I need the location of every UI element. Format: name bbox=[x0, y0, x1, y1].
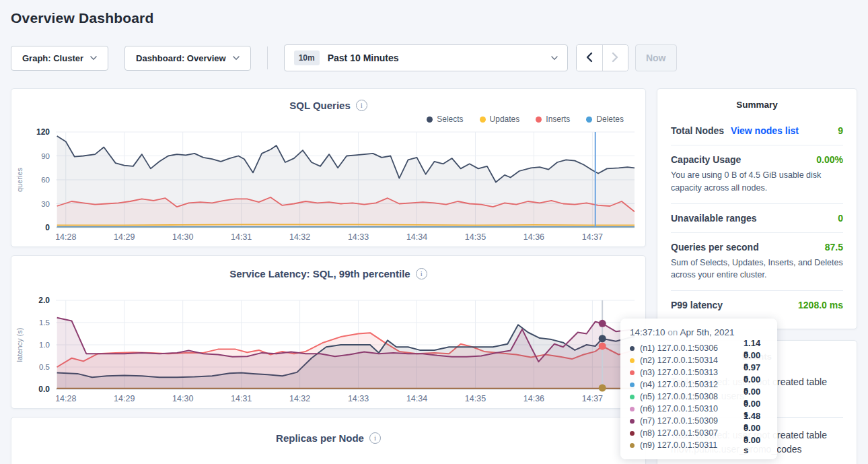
sql-queries-chart[interactable]: 030609012014:2814:2914:3014:3114:3214:33… bbox=[13, 127, 645, 246]
svg-text:14:28: 14:28 bbox=[55, 394, 76, 403]
svg-text:30: 30 bbox=[41, 200, 50, 208]
svg-text:60: 60 bbox=[41, 176, 50, 184]
time-range-badge: 10m bbox=[294, 51, 320, 65]
svg-text:0.5: 0.5 bbox=[39, 363, 50, 371]
summary-desc: Sum of Selects, Updates, Inserts, and De… bbox=[671, 257, 843, 282]
summary-label: Unavailable ranges bbox=[671, 213, 757, 224]
svg-text:14:28: 14:28 bbox=[55, 232, 76, 242]
summary-value: 87.5 bbox=[825, 242, 843, 253]
svg-text:14:36: 14:36 bbox=[523, 394, 544, 403]
sql-queries-title: SQL Queries bbox=[289, 100, 351, 111]
summary-value: 0 bbox=[838, 213, 843, 224]
svg-text:14:36: 14:36 bbox=[523, 232, 544, 242]
summary-desc: You are using 0 B of 4.5 GiB usable disk… bbox=[671, 169, 843, 195]
svg-text:14:30: 14:30 bbox=[172, 394, 193, 403]
chevron-right-icon bbox=[612, 52, 619, 65]
tooltip-node-label: (n2) 127.0.0.1:50314 bbox=[640, 356, 738, 365]
svg-text:120: 120 bbox=[36, 127, 50, 137]
svg-text:14:34: 14:34 bbox=[406, 232, 427, 242]
summary-value: 1208.0 ms bbox=[798, 300, 843, 310]
legend-item[interactable]: Deletes bbox=[586, 114, 624, 124]
svg-text:14:31: 14:31 bbox=[231, 394, 252, 403]
legend-item[interactable]: Inserts bbox=[536, 114, 570, 124]
chevron-down-icon bbox=[233, 56, 240, 61]
legend-label: Selects bbox=[437, 114, 463, 124]
legend-item[interactable]: Selects bbox=[427, 114, 463, 124]
info-icon[interactable] bbox=[356, 100, 367, 111]
latency-title: Service Latency: SQL, 99th percentile bbox=[229, 268, 410, 279]
svg-text:90: 90 bbox=[41, 152, 50, 160]
summary-row: Capacity Usage0.00%You are using 0 B of … bbox=[671, 145, 843, 204]
tooltip-node-label: (n3) 127.0.0.1:50313 bbox=[640, 368, 738, 377]
page-title: Overview Dashboard bbox=[11, 10, 868, 26]
sql-queries-card: SQL Queries SelectsUpdatesInsertsDeletes… bbox=[11, 88, 646, 247]
tooltip-node-value: 0.00 s bbox=[744, 435, 768, 455]
summary-row: Total NodesView nodes list9 bbox=[671, 117, 843, 145]
summary-row: Unavailable ranges0 bbox=[671, 204, 843, 233]
summary-label: Capacity Usage bbox=[671, 154, 741, 165]
summary-label: Queries per second bbox=[671, 242, 759, 253]
legend-dot-icon bbox=[586, 117, 592, 123]
time-step-buttons bbox=[576, 44, 628, 71]
tooltip-row: (n9) 127.0.0.1:503110.00 s bbox=[630, 439, 768, 451]
series-dot-icon bbox=[630, 395, 635, 399]
legend-dot-icon bbox=[480, 117, 486, 123]
series-dot-icon bbox=[630, 370, 635, 375]
chart-tooltip: 14:37:10 on Apr 5th, 2021 (n1) 127.0.0.1… bbox=[620, 319, 777, 459]
tooltip-date: Apr 5th, 2021 bbox=[680, 327, 734, 337]
svg-text:0.0: 0.0 bbox=[38, 385, 50, 394]
svg-text:14:37: 14:37 bbox=[582, 394, 603, 403]
legend-dot-icon bbox=[427, 117, 433, 123]
svg-text:0: 0 bbox=[45, 223, 50, 232]
series-dot-icon bbox=[630, 419, 635, 424]
legend-label: Updates bbox=[490, 114, 520, 124]
svg-text:14:33: 14:33 bbox=[348, 394, 369, 403]
series-dot-icon bbox=[630, 431, 635, 436]
info-icon[interactable] bbox=[416, 268, 427, 279]
sql-queries-legend: SelectsUpdatesInsertsDeletes bbox=[11, 112, 645, 127]
time-prev-button[interactable] bbox=[577, 45, 602, 71]
chevron-left-icon bbox=[585, 52, 593, 65]
dashboard-dropdown[interactable]: Dashboard: Overview bbox=[124, 46, 251, 71]
tooltip-node-label: (n4) 127.0.0.1:50312 bbox=[640, 380, 738, 389]
summary-value: 0.00% bbox=[816, 154, 843, 165]
tooltip-node-label: (n9) 127.0.0.1:50311 bbox=[640, 440, 738, 450]
series-dot-icon bbox=[630, 407, 635, 411]
svg-text:1.0: 1.0 bbox=[39, 341, 50, 349]
replicas-title: Replicas per Node bbox=[276, 432, 364, 444]
now-button[interactable]: Now bbox=[635, 44, 677, 71]
tooltip-header: 14:37:10 on Apr 5th, 2021 bbox=[630, 327, 768, 337]
summary-title: Summary bbox=[671, 100, 843, 110]
svg-text:14:29: 14:29 bbox=[114, 394, 135, 403]
time-range-label: Past 10 Minutes bbox=[328, 53, 543, 63]
chevron-down-icon bbox=[90, 56, 97, 61]
tooltip-on: on bbox=[667, 327, 678, 337]
summary-label: Total Nodes bbox=[671, 125, 724, 136]
replicas-card: Replicas per Node bbox=[11, 417, 646, 464]
svg-text:1.5: 1.5 bbox=[39, 319, 50, 327]
svg-text:14:35: 14:35 bbox=[465, 394, 486, 403]
legend-item[interactable]: Updates bbox=[480, 114, 520, 124]
svg-text:14:37: 14:37 bbox=[582, 232, 603, 242]
graph-dropdown[interactable]: Graph: Cluster bbox=[11, 46, 108, 71]
legend-dot-icon bbox=[536, 117, 542, 123]
tooltip-node-label: (n7) 127.0.0.1:50309 bbox=[640, 416, 738, 426]
tooltip-time: 14:37:10 bbox=[630, 327, 665, 337]
latency-chart[interactable]: 0.00.51.01.52.014:2814:2914:3014:3114:32… bbox=[13, 296, 645, 408]
tooltip-node-label: (n8) 127.0.0.1:50307 bbox=[640, 428, 738, 438]
svg-text:queries: queries bbox=[15, 167, 24, 192]
summary-panel: Summary Total NodesView nodes list9Capac… bbox=[657, 88, 857, 329]
view-nodes-link[interactable]: View nodes list bbox=[731, 125, 799, 136]
tooltip-node-label: (n1) 127.0.0.1:50306 bbox=[640, 343, 738, 353]
tooltip-node-label: (n6) 127.0.0.1:50310 bbox=[640, 404, 738, 413]
time-next-button[interactable] bbox=[602, 45, 628, 71]
series-dot-icon bbox=[630, 358, 635, 363]
tooltip-node-label: (n5) 127.0.0.1:50308 bbox=[640, 392, 738, 401]
time-range-selector[interactable]: 10m Past 10 Minutes bbox=[284, 44, 568, 71]
info-icon[interactable] bbox=[369, 432, 381, 444]
svg-text:latency (s): latency (s) bbox=[15, 328, 24, 362]
summary-row: P99 latency1208.0 ms bbox=[671, 291, 843, 319]
series-dot-icon bbox=[630, 443, 635, 448]
series-dot-icon bbox=[630, 383, 635, 387]
svg-text:14:30: 14:30 bbox=[172, 232, 193, 242]
